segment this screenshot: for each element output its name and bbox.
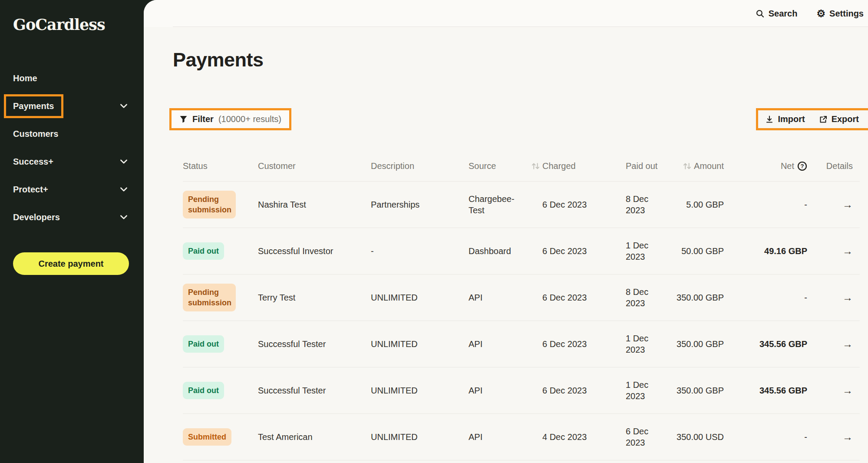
topbar: Search ⚙ Settings [144, 0, 868, 27]
source-cell: API [469, 292, 531, 303]
settings-button[interactable]: ⚙ Settings [816, 9, 864, 19]
net-cell: 345.56 GBP [724, 338, 807, 350]
sidebar-item-label: Payments [4, 94, 63, 118]
sidebar-item-payments[interactable]: Payments [0, 92, 144, 120]
description-cell: UNLIMITED [371, 431, 469, 443]
sort-icon[interactable] [683, 162, 692, 171]
chevron-down-icon [119, 185, 129, 194]
table-header-row: Status Customer Description Source Charg… [183, 151, 860, 182]
create-payment-button[interactable]: Create payment [13, 252, 129, 275]
source-cell: API [469, 431, 531, 443]
row-details-arrow[interactable]: → [807, 384, 860, 397]
import-export-highlight-box: Import Export [756, 108, 868, 130]
column-header-label: Net [781, 161, 794, 171]
status-badge: Submitted [183, 428, 231, 446]
sidebar-item-label: Protect+ [13, 185, 48, 195]
sidebar-item-home[interactable]: Home [0, 64, 144, 92]
amount-cell: 5.00 GBP [673, 199, 724, 210]
customer-cell: Successful Tester [258, 338, 371, 350]
description-cell: UNLIMITED [371, 292, 469, 303]
row-details-arrow[interactable]: → [807, 430, 860, 443]
payments-table: Status Customer Description Source Charg… [183, 151, 860, 460]
search-button[interactable]: Search [756, 9, 798, 19]
app-root: GoCardless Home Payments Customers Succe… [0, 0, 868, 463]
paid-out-cell: 8 Dec 2023 [604, 286, 673, 309]
table-row[interactable]: Paid out Successful Tester UNLIMITED API… [183, 367, 860, 414]
main-content: Search ⚙ Settings Payments Filter (10000… [144, 0, 868, 463]
description-cell: Partnerships [371, 199, 469, 210]
charged-cell: 6 Dec 2023 [531, 245, 604, 257]
filter-icon [179, 115, 188, 123]
column-header-label: Charged [542, 161, 576, 171]
chevron-down-icon [119, 101, 129, 111]
sidebar-item-customers[interactable]: Customers [0, 120, 144, 148]
net-cell: - [724, 199, 807, 210]
svg-text:?: ? [801, 163, 804, 169]
sidebar: GoCardless Home Payments Customers Succe… [0, 0, 144, 463]
help-question-icon[interactable]: ? [797, 161, 807, 171]
sidebar-item-success-plus[interactable]: Success+ [0, 148, 144, 175]
page-title: Payments [173, 49, 868, 71]
table-row[interactable]: Pending submission Terry Test UNLIMITED … [183, 274, 860, 321]
charged-cell: 6 Dec 2023 [531, 199, 604, 210]
filter-results-count: (10000+ results) [218, 114, 281, 124]
table-row[interactable]: Pending submission Nashira Test Partners… [183, 182, 860, 228]
paid-out-cell: 6 Dec 2023 [604, 426, 673, 448]
charged-cell: 6 Dec 2023 [531, 292, 604, 303]
customer-cell: Successful Investor [258, 245, 371, 257]
status-cell: Paid out [183, 242, 258, 260]
amount-cell: 350.00 GBP [673, 338, 724, 350]
charged-cell: 6 Dec 2023 [531, 338, 604, 350]
column-header-description: Description [371, 161, 469, 171]
table-row[interactable]: Submitted Test American UNLIMITED API 4 … [183, 414, 860, 460]
column-header-amount[interactable]: Amount [673, 161, 724, 171]
row-details-arrow[interactable]: → [807, 291, 860, 304]
sidebar-item-developers[interactable]: Developers [0, 203, 144, 231]
table-row[interactable]: Paid out Successful Investor - Dashboard… [183, 228, 860, 274]
source-cell: API [469, 385, 531, 396]
net-cell: 345.56 GBP [724, 385, 807, 396]
sidebar-item-label: Home [13, 73, 37, 83]
row-details-arrow[interactable]: → [807, 198, 860, 211]
source-cell: API [469, 338, 531, 350]
charged-cell: 6 Dec 2023 [531, 385, 604, 396]
amount-cell: 350.00 GBP [673, 292, 724, 303]
net-cell: 49.16 GBP [724, 245, 807, 257]
column-header-label: Amount [694, 161, 724, 171]
status-cell: Pending submission [183, 284, 258, 312]
settings-label: Settings [829, 9, 864, 19]
gear-icon: ⚙ [816, 9, 825, 19]
filter-button[interactable]: Filter (10000+ results) [172, 110, 289, 128]
net-cell: - [724, 431, 807, 443]
description-cell: - [371, 245, 469, 257]
sidebar-nav: Home Payments Customers Success+ Protect… [0, 64, 144, 231]
filter-label: Filter [192, 114, 214, 124]
status-cell: Paid out [183, 335, 258, 353]
customer-cell: Terry Test [258, 292, 371, 303]
row-details-arrow[interactable]: → [807, 244, 860, 258]
search-label: Search [769, 9, 798, 19]
table-row[interactable]: Paid out Successful Tester UNLIMITED API… [183, 321, 860, 367]
paid-out-cell: 1 Dec 2023 [604, 240, 673, 262]
export-button[interactable]: Export [819, 114, 859, 124]
customer-cell: Test American [258, 431, 371, 443]
import-label: Import [778, 114, 805, 124]
export-label: Export [832, 114, 859, 124]
sidebar-item-protect-plus[interactable]: Protect+ [0, 175, 144, 203]
amount-cell: 50.00 GBP [673, 245, 724, 257]
status-badge: Pending submission [183, 284, 236, 312]
row-details-arrow[interactable]: → [807, 337, 860, 351]
column-header-status: Status [183, 161, 258, 171]
chevron-down-icon [119, 212, 129, 222]
status-badge: Paid out [183, 382, 224, 399]
sidebar-item-label: Customers [13, 129, 58, 139]
column-header-net: Net ? [724, 161, 807, 171]
column-header-source: Source [469, 161, 531, 171]
status-badge: Paid out [183, 335, 224, 353]
sort-icon[interactable] [531, 162, 540, 171]
column-header-charged[interactable]: Charged [531, 161, 604, 171]
import-button[interactable]: Import [765, 114, 805, 124]
amount-cell: 350.00 GBP [673, 385, 724, 396]
status-cell: Paid out [183, 382, 258, 399]
source-cell: Dashboard [469, 245, 531, 257]
